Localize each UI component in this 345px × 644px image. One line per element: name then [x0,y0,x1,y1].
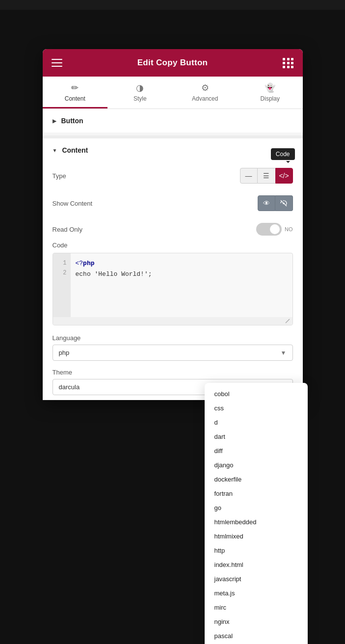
read-only-field-row: Read Only NO [43,217,303,242]
code-tooltip: Code [271,148,295,160]
type-buttons: — ☰ </> [240,168,293,184]
code-editor[interactable]: 1 2 <?php echo 'Hello World!'; [53,253,293,325]
tab-content[interactable]: ✏ Content [43,77,108,108]
theme-label: Theme [53,369,293,376]
show-content-field-row: Show Content 👁 [43,189,303,217]
type-buttons-wrapper: Code — ☰ </> [240,168,293,184]
tab-style-label: Style [133,95,147,102]
tab-content-label: Content [65,95,85,102]
code-content[interactable]: <?php echo 'Hello World!'; [71,253,292,317]
show-hidden-button[interactable] [275,195,293,211]
hamburger-icon[interactable] [52,59,62,67]
content-section-label: Content [62,146,88,154]
toggle-knob [270,224,280,234]
content-section: ▼ Content Type Code — ☰ </> Show Content [43,138,303,400]
button-arrow-icon: ▶ [53,118,56,124]
show-content-label: Show Content [53,200,93,207]
dropdown-item-diff[interactable]: diff [205,444,308,458]
button-section-header[interactable]: ▶ Button [43,109,303,133]
read-only-value: NO [285,226,293,232]
line-numbers: 1 2 [53,253,71,317]
type-code-button[interactable]: </> [275,168,293,184]
tabs-bar: ✏ Content ◑ Style ⚙ Advanced 👻 Display [43,77,303,109]
button-section: ▶ Button [43,109,303,133]
language-label: Language [53,334,293,342]
code-line-1: <?php [76,258,288,269]
display-icon: 👻 [265,82,275,93]
dropdown-item-django[interactable]: django [205,458,308,472]
tab-advanced[interactable]: ⚙ Advanced [173,77,238,108]
button-section-label: Button [61,117,83,125]
grid-icon[interactable] [283,58,293,68]
language-value: php [59,349,70,356]
dropdown-item-dockerfile[interactable]: dockerfile [205,472,308,486]
code-line-2: echo 'Hello World!'; [76,269,288,280]
dropdown-item-metajs[interactable]: meta.js [205,586,308,600]
dropdown-item-nginx[interactable]: nginx [205,615,308,629]
tab-style[interactable]: ◑ Style [107,77,173,108]
read-only-label: Read Only [53,226,82,233]
tab-display[interactable]: 👻 Display [238,77,303,108]
content-arrow-icon: ▼ [53,148,57,153]
type-label: Type [53,172,66,180]
dropdown-item-cobol[interactable]: cobol [205,387,308,401]
content-icon: ✏ [71,82,79,93]
content-section-header[interactable]: ▼ Content [43,138,303,162]
style-icon: ◑ [136,82,144,93]
dropdown-item-mirc[interactable]: mirc [205,600,308,615]
panel-header: Edit Copy Button [43,49,303,77]
read-only-toggle-wrap: NO [256,223,293,236]
language-dropdown-list: cobol css d dart diff django dockerfile … [205,383,308,644]
dropdown-item-indexhtml[interactable]: index.html [205,558,308,572]
panel-title: Edit Copy Button [137,58,208,68]
dropdown-item-htmlmixed[interactable]: htmlmixed [205,529,308,543]
code-resize-handle[interactable] [53,317,292,325]
read-only-toggle[interactable] [256,223,282,236]
type-field-row: Type Code — ☰ </> [43,162,303,189]
dropdown-item-htmlembedded[interactable]: htmlembedded [205,515,308,529]
type-dash-button[interactable]: — [240,168,258,184]
advanced-icon: ⚙ [201,82,209,93]
show-visible-button[interactable]: 👁 [258,195,275,211]
language-dropdown-arrow: ▼ [281,349,287,356]
language-field: Language php ▼ [43,331,303,366]
dropdown-item-dart[interactable]: dart [205,429,308,444]
dropdown-item-css[interactable]: css [205,401,308,415]
dropdown-item-http[interactable]: http [205,543,308,558]
theme-value: darcula [59,383,80,391]
tab-advanced-label: Advanced [192,95,218,102]
dropdown-item-d[interactable]: d [205,415,308,429]
dropdown-item-pascal[interactable]: pascal [205,629,308,643]
tab-display-label: Display [261,95,280,102]
dropdown-item-javascript[interactable]: javascript [205,572,308,586]
code-lines: 1 2 <?php echo 'Hello World!'; [53,253,292,317]
type-list-button[interactable]: ☰ [258,168,275,184]
dropdown-item-fortran[interactable]: fortran [205,486,308,501]
code-field: Code 1 2 <?php echo 'Hello World!'; [43,242,303,331]
show-content-buttons: 👁 [258,195,293,211]
dropdown-item-go[interactable]: go [205,501,308,515]
code-label: Code [53,242,293,249]
language-select[interactable]: php ▼ [53,345,293,361]
